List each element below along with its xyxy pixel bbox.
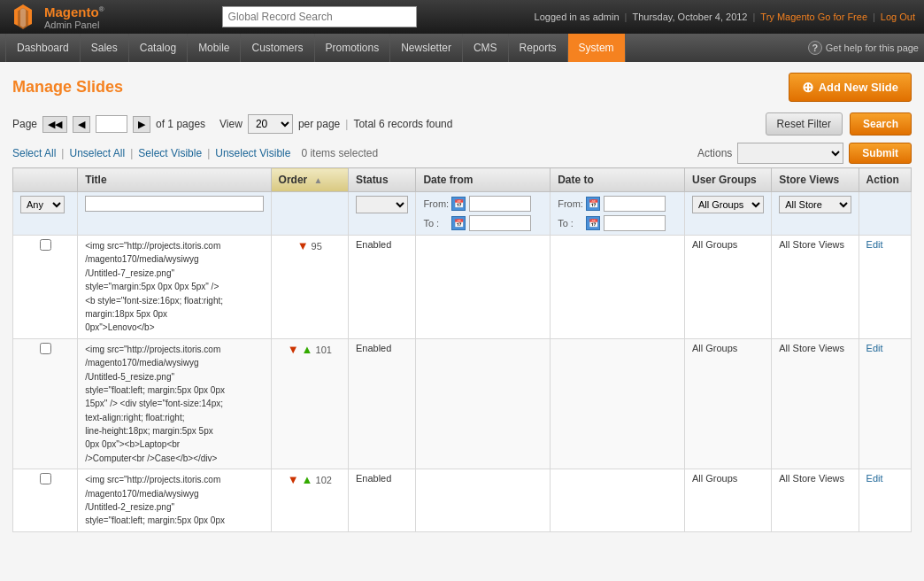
filter-date-to-cell: From: 📅 To : 📅 (551, 192, 685, 236)
global-search-input[interactable] (222, 6, 417, 27)
row3-title-text: <img src="http://projects.itoris.com/mag… (85, 475, 225, 525)
sep2: | (753, 12, 756, 22)
row1-status-text: Enabled (356, 239, 391, 250)
date-text: Thursday, October 4, 2012 (632, 12, 747, 22)
view-label: View (219, 118, 243, 130)
row2-user-groups-text: All Groups (692, 343, 737, 353)
filter-date-from-to-input[interactable] (469, 215, 531, 231)
row1-user-groups-cell: All Groups (684, 236, 771, 339)
row2-title-cell: <img src="http://projects.itoris.com/mag… (78, 338, 271, 469)
row3-edit-link[interactable]: Edit (866, 473, 883, 484)
sep-sel1: | (61, 147, 64, 159)
magento-logo-icon (9, 3, 37, 31)
row3-user-groups-text: All Groups (692, 473, 737, 484)
filter-date-to-from-input[interactable] (604, 196, 666, 212)
next-page-button[interactable]: ▶ (133, 116, 150, 133)
main-nav: Dashboard Sales Catalog Mobile Customers… (0, 34, 924, 62)
filter-date-from-from-input[interactable] (469, 196, 531, 212)
global-search-bar[interactable] (222, 6, 417, 27)
filter-any-select[interactable]: Any Yes No (20, 196, 65, 213)
unselect-all-link[interactable]: Unselect All (69, 147, 125, 159)
reset-filter-button[interactable]: Reset Filter (766, 112, 843, 136)
row1-order-cell: ▼ 95 (271, 236, 348, 339)
add-new-label: Add New Slide (819, 81, 898, 94)
th-order[interactable]: Order ▲ (271, 168, 348, 192)
row1-title-text: <img src="http://projects.itoris.com/mag… (85, 241, 223, 332)
of-pages-label: of 1 pages (156, 118, 205, 130)
from-label2: From: (558, 198, 582, 209)
prev-page-button[interactable]: ◀ (73, 116, 90, 133)
page-title-bar: Manage Slides ⊕ Add New Slide (12, 73, 912, 102)
row1-date-to-cell (551, 236, 685, 339)
filter-date-from-cell: From: 📅 To : 📅 (416, 192, 551, 236)
nav-item-promotions[interactable]: Promotions (315, 34, 391, 62)
svg-marker-2 (20, 8, 26, 27)
search-button[interactable]: Search (850, 112, 912, 136)
filter-store-views-select[interactable]: All Store (779, 196, 851, 213)
row3-store-views-cell: All Store Views (772, 469, 859, 532)
page-number-input[interactable]: 1 (96, 115, 127, 133)
view-per-page-select[interactable]: 20 50 100 (248, 114, 293, 134)
row1-checkbox-cell (13, 236, 78, 339)
nav-item-dashboard[interactable]: Dashboard (5, 34, 81, 62)
sep-sel2: | (130, 147, 133, 159)
row3-checkbox-cell (13, 469, 78, 532)
row3-date-from-cell (416, 469, 551, 532)
nav-item-reports[interactable]: Reports (509, 34, 568, 62)
row2-date-to-cell (551, 338, 685, 469)
first-page-button[interactable]: ◀◀ (42, 116, 67, 133)
selection-left: Select All | Unselect All | Select Visib… (12, 147, 378, 159)
table-row: <img src="http://projects.itoris.com/mag… (13, 338, 912, 469)
select-visible-link[interactable]: Select Visible (138, 147, 202, 159)
nav-item-system[interactable]: System (568, 34, 626, 62)
logo-area: Magento® Admin Panel (9, 3, 104, 31)
row3-status-text: Enabled (356, 473, 391, 484)
filter-title-input[interactable] (85, 196, 263, 212)
nav-item-sales[interactable]: Sales (81, 34, 129, 62)
try-magento-link[interactable]: Try Magento Go for Free (760, 12, 867, 22)
help-link[interactable]: ? Get help for this page (808, 41, 919, 55)
row3-title-cell: <img src="http://projects.itoris.com/mag… (78, 469, 271, 532)
row2-up-arrow[interactable]: ▲ (302, 343, 313, 356)
nav-item-cms[interactable]: CMS (463, 34, 509, 62)
select-all-link[interactable]: Select All (12, 147, 56, 159)
row2-edit-link[interactable]: Edit (866, 343, 883, 353)
filter-user-groups-select[interactable]: All Groups (692, 196, 764, 213)
th-store-views: Store Views (772, 168, 859, 192)
nav-item-newsletter[interactable]: Newsletter (390, 34, 463, 62)
nav-item-mobile[interactable]: Mobile (188, 34, 241, 62)
from-label: From: (423, 198, 448, 209)
row3-order-num: 102 (316, 475, 332, 485)
actions-select[interactable]: Delete Enable Disable (737, 143, 843, 164)
row2-order-num: 101 (316, 345, 332, 355)
help-label: Get help for this page (826, 43, 919, 53)
unselect-visible-link[interactable]: Unselect Visible (215, 147, 290, 159)
calendar-to-from-icon[interactable]: 📅 (586, 197, 600, 211)
row3-down-arrow[interactable]: ▼ (288, 473, 299, 486)
row3-order-cell: ▼ ▲ 102 (271, 469, 348, 532)
row1-down-arrow[interactable]: ▼ (297, 239, 309, 252)
nav-item-catalog[interactable]: Catalog (129, 34, 188, 62)
submit-button[interactable]: Submit (849, 143, 912, 164)
row3-up-arrow[interactable]: ▲ (302, 473, 313, 486)
filter-date-from-row: From: 📅 (423, 196, 543, 212)
row1-checkbox[interactable] (40, 239, 51, 251)
nav-item-customers[interactable]: Customers (241, 34, 314, 62)
row2-action-cell: Edit (859, 338, 911, 469)
calendar-to-to-icon[interactable]: 📅 (586, 216, 600, 230)
calendar-from-icon[interactable]: 📅 (451, 197, 466, 211)
row1-title-cell: <img src="http://projects.itoris.com/mag… (78, 236, 271, 339)
row3-checkbox[interactable] (40, 473, 51, 484)
filter-date-to-to-input[interactable] (604, 215, 666, 231)
filter-status-select[interactable]: Enabled Disabled (356, 196, 408, 213)
row1-edit-link[interactable]: Edit (866, 239, 883, 250)
filter-user-groups-cell: All Groups (684, 192, 771, 236)
row2-checkbox[interactable] (40, 343, 51, 354)
logo-text-group: Magento® Admin Panel (44, 4, 104, 30)
row2-down-arrow[interactable]: ▼ (288, 343, 299, 356)
calendar-from-to-icon[interactable]: 📅 (451, 216, 466, 230)
sep-bar: | (345, 118, 348, 130)
add-new-slide-button[interactable]: ⊕ Add New Slide (789, 73, 912, 102)
row1-store-views-text: All Store Views (779, 239, 844, 250)
log-out-link[interactable]: Log Out (881, 12, 915, 22)
